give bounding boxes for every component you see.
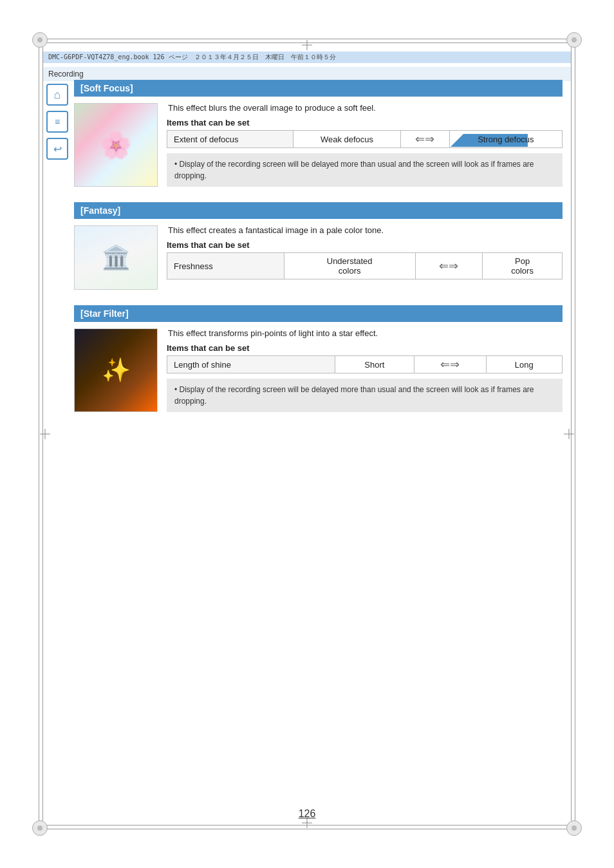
soft-focus-note: • Display of the recording screen will b…	[167, 153, 563, 187]
header-strip: DMC-G6PDF-VQT4Z78_eng.book 126 ページ ２０１３年…	[43, 52, 571, 63]
recording-label: Recording	[43, 70, 84, 79]
border-right-outer	[575, 39, 575, 829]
home-icon[interactable]: ⌂	[46, 84, 68, 106]
soft-focus-description: This effect blurs the overall image to p…	[168, 103, 563, 113]
fantasy-header: [Fantasy]	[74, 202, 563, 219]
left-sidebar: ⌂ ≡ ↩	[44, 84, 71, 160]
star-filter-image	[74, 328, 158, 412]
fantasy-arrow: ⇐⇒	[415, 253, 482, 279]
corner-tl	[32, 32, 48, 48]
soft-focus-right: This effect blurs the overall image to p…	[167, 103, 563, 187]
star-filter-table: Length of shine Short ⇐⇒ Long	[167, 355, 563, 373]
fantasy-table-row: Freshness Understated colors ⇐⇒ Pop colo…	[167, 253, 563, 279]
star-filter-items-label: Items that can be set	[167, 343, 563, 353]
fantasy-table: Freshness Understated colors ⇐⇒ Pop colo…	[167, 252, 563, 279]
star-filter-content-row: This effect transforms pin-points of lig…	[74, 328, 563, 412]
fantasy-left-value: Understated colors	[284, 253, 415, 279]
fantasy-right: This effect creates a fantastical image …	[167, 225, 563, 290]
border-top-outer	[39, 39, 575, 39]
main-content: [Soft Focus] This effect blurs the overa…	[74, 80, 563, 479]
soft-focus-table: Extent of defocus Weak defocus ⇐⇒ Strong…	[167, 130, 563, 148]
star-filter-arrow: ⇐⇒	[414, 356, 486, 373]
star-filter-left-value: Short	[335, 356, 414, 373]
soft-focus-table-row: Extent of defocus Weak defocus ⇐⇒ Strong…	[167, 131, 563, 148]
fantasy-items-label: Items that can be set	[167, 240, 563, 250]
fantasy-image	[74, 225, 158, 290]
soft-focus-arrow: ⇐⇒	[400, 131, 449, 148]
mid-cross-left	[40, 429, 50, 439]
page-number: 126	[299, 808, 316, 820]
star-filter-section: [Star Filter] This effect transforms pin…	[74, 305, 563, 412]
corner-bl	[32, 820, 48, 836]
mid-cross-top	[302, 40, 312, 50]
border-left-outer	[39, 39, 39, 829]
back-icon[interactable]: ↩	[46, 138, 68, 160]
fantasy-row-label: Freshness	[167, 253, 284, 279]
star-filter-right-value: Long	[486, 356, 562, 373]
soft-focus-left-value: Weak defocus	[293, 131, 401, 148]
fantasy-section: [Fantasy] This effect creates a fantasti…	[74, 202, 563, 290]
soft-focus-header: [Soft Focus]	[74, 80, 563, 97]
soft-focus-section: [Soft Focus] This effect blurs the overa…	[74, 80, 563, 187]
fantasy-description: This effect creates a fantastical image …	[168, 225, 563, 235]
star-filter-description: This effect transforms pin-points of lig…	[168, 328, 563, 338]
header-text: DMC-G6PDF-VQT4Z78_eng.book 126 ページ ２０１３年…	[48, 53, 336, 62]
corner-br	[566, 820, 582, 836]
mid-cross-right	[564, 429, 574, 439]
fantasy-content-row: This effect creates a fantastical image …	[74, 225, 563, 290]
soft-focus-items-label: Items that can be set	[167, 118, 563, 127]
corner-tr	[566, 32, 582, 48]
page: DMC-G6PDF-VQT4Z78_eng.book 126 ページ ２０１３年…	[0, 0, 614, 868]
soft-focus-right-value: Strong defocus	[449, 131, 562, 148]
star-filter-table-row: Length of shine Short ⇐⇒ Long	[167, 356, 563, 373]
star-filter-row-label: Length of shine	[167, 356, 335, 373]
star-filter-right: This effect transforms pin-points of lig…	[167, 328, 563, 412]
soft-focus-content-row: This effect blurs the overall image to p…	[74, 103, 563, 187]
fantasy-right-value: Pop colors	[483, 253, 563, 279]
star-filter-header: [Star Filter]	[74, 305, 563, 322]
star-filter-note: • Display of the recording screen will b…	[167, 379, 563, 412]
border-bottom-outer	[39, 829, 575, 829]
soft-focus-row-label: Extent of defocus	[167, 131, 293, 148]
menu-icon[interactable]: ≡	[46, 111, 68, 133]
soft-focus-image	[74, 103, 158, 187]
